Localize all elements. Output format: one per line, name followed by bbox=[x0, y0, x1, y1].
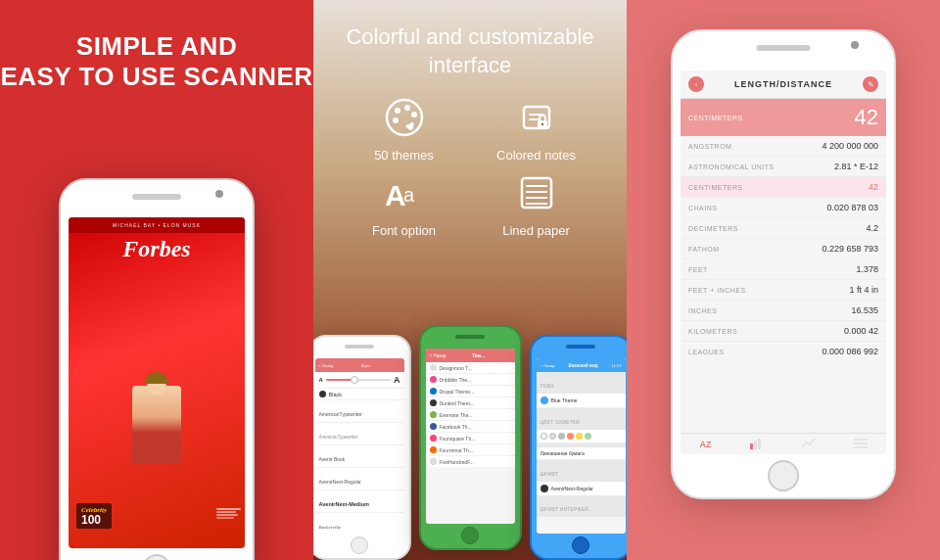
lines-icon bbox=[516, 172, 557, 219]
color-options bbox=[537, 430, 626, 443]
converter-header: ‹ LENGTH/DISTANCE ✎ bbox=[681, 70, 886, 99]
theme-item-dribbble[interactable]: Dribbble The... bbox=[426, 374, 515, 386]
theme-item-dunked[interactable]: Dunked Them... bbox=[426, 397, 515, 409]
row-value-decimeters: 4.2 bbox=[866, 223, 878, 233]
theme-item-foursquare[interactable]: Foursquare Th... bbox=[426, 433, 515, 444]
converter-back-button[interactable]: ‹ bbox=[688, 76, 704, 92]
right-phone: ‹ LENGTH/DISTANCE ✎ CENTIMETERS 42 ANGST… bbox=[671, 29, 896, 499]
row-label-leagues: LEAGUES bbox=[688, 349, 725, 355]
svg-rect-16 bbox=[754, 441, 757, 449]
features-grid: 50 themes Colored notes bbox=[343, 97, 597, 238]
theme-list: Designmoo T... Dribbble The... Drupal Th… bbox=[426, 362, 515, 467]
converter-row-centimeters: CENTIMETERS 42 bbox=[681, 177, 886, 198]
font-header: ШРИФТ bbox=[537, 460, 626, 482]
row-value-astronomical: 2.81 * E-12 bbox=[834, 162, 878, 171]
footer-menu-icon[interactable] bbox=[854, 438, 868, 451]
green-phone-speaker bbox=[455, 335, 485, 339]
font-item-american-1[interactable]: AmericanTypewriter bbox=[315, 400, 404, 423]
color-light[interactable] bbox=[549, 433, 556, 440]
feature-themes-label: 50 themes bbox=[374, 148, 434, 163]
green-nav-title: Тем... bbox=[472, 352, 485, 358]
right-phone-camera bbox=[851, 41, 859, 49]
font-item-avenirnext-reg[interactable]: AvenirNext-Regular bbox=[315, 468, 404, 490]
font-icon: A a bbox=[384, 172, 425, 219]
converter-rows: ANGSTROM 4 200 000 000 ASTRONOMICAL UNIT… bbox=[681, 136, 886, 361]
row-label-inches: INCHES bbox=[688, 307, 717, 314]
font-item-black[interactable]: Black bbox=[315, 389, 404, 400]
svg-point-7 bbox=[540, 123, 542, 125]
white-nav-title: Шри... bbox=[361, 363, 372, 368]
font-item-baskerville[interactable]: Baskerville bbox=[315, 513, 404, 534]
font-section-label: ШРИФТ bbox=[540, 472, 559, 477]
middle-panel-title: Colorful and customizable interface bbox=[313, 23, 627, 79]
converter-row-astronomical: ASTRONOMICAL UNITS 2.81 * E-12 bbox=[681, 157, 886, 177]
font-slider[interactable] bbox=[326, 379, 391, 381]
color-medium[interactable] bbox=[558, 433, 565, 440]
converter-edit-button[interactable]: ✎ bbox=[863, 76, 878, 92]
right-phone-speaker bbox=[757, 45, 811, 51]
right-phone-home-button[interactable] bbox=[768, 460, 799, 491]
phone-screen: MICHAEL BAY • ELON MUSK Forbes bbox=[69, 217, 245, 548]
converter-input-value[interactable]: 42 bbox=[855, 105, 878, 130]
left-phone: MICHAEL BAY • ELON MUSK Forbes bbox=[59, 178, 255, 560]
feature-lined-paper: Lined paper bbox=[475, 172, 597, 238]
blue-phone: < Назад Внешний вид 11:53 ТЕМА Blue Them… bbox=[530, 335, 628, 560]
converter-row-inches: INCHES 16.535 bbox=[681, 301, 886, 321]
theme-item-evernote[interactable]: Evernote The... bbox=[426, 409, 515, 421]
font-item-avenir-book[interactable]: Avenir Book bbox=[315, 445, 404, 468]
footer-bar-chart-icon[interactable] bbox=[750, 438, 764, 451]
svg-point-0 bbox=[387, 100, 422, 135]
blue-phone-speaker bbox=[566, 345, 595, 349]
green-phone-home[interactable] bbox=[461, 527, 479, 544]
converter-title: LENGTH/DISTANCE bbox=[704, 79, 863, 89]
palette-icon bbox=[384, 97, 425, 144]
row-label-centimeters: CENTIMETERS bbox=[688, 184, 743, 191]
panel-left: SIMPLE AND EASY TO USE SCANNER MICHAEL B… bbox=[0, 0, 313, 560]
row-value-chains: 0.020 878 03 bbox=[826, 203, 878, 212]
svg-point-1 bbox=[395, 108, 400, 114]
converter-footer: AZ bbox=[681, 433, 886, 454]
appearance-settings: ТЕМА Blue Theme ЦВЕТ ЗАМЕТКИ bbox=[537, 372, 626, 517]
svg-point-4 bbox=[393, 117, 399, 123]
color-white[interactable] bbox=[540, 433, 547, 440]
phone-home-button[interactable] bbox=[143, 554, 170, 560]
converter-row-fathom: FATHOM 0.229 658 793 bbox=[681, 239, 886, 259]
row-value-fathom: 0.229 658 793 bbox=[822, 244, 878, 254]
font-size-label: A bbox=[319, 377, 323, 383]
color-label: ЦВЕТ ЗАМЕТКИ bbox=[540, 420, 580, 425]
theme-item-designmoo[interactable]: Designmoo T... bbox=[426, 362, 515, 374]
theme-item-fourromat[interactable]: Fourromat Th... bbox=[426, 444, 515, 456]
row-label-angstrom: ANGSTROM bbox=[688, 143, 731, 150]
row-label-chains: CHAINS bbox=[688, 205, 717, 211]
panel-right: ‹ LENGTH/DISTANCE ✎ CENTIMETERS 42 ANGST… bbox=[627, 0, 940, 560]
theme-item-drupal[interactable]: Drupal Theme... bbox=[426, 386, 515, 397]
phone-body: MICHAEL BAY • ELON MUSK Forbes bbox=[59, 178, 255, 560]
svg-rect-15 bbox=[750, 443, 753, 449]
theme-item-fivehundred[interactable]: FiveHundredF... bbox=[426, 456, 515, 467]
row-value-inches: 16.535 bbox=[851, 305, 878, 315]
color-yellow[interactable] bbox=[576, 433, 583, 440]
font-row[interactable]: AvenirNext-Regular bbox=[537, 482, 626, 495]
row-label-fathom: FATHOM bbox=[688, 246, 720, 253]
extra-label: ШРИФТ ИНТЕРФЕЙ... bbox=[540, 507, 594, 512]
svg-text:a: a bbox=[403, 184, 415, 206]
blue-phone-home[interactable] bbox=[572, 537, 589, 554]
row-label-feet-inches: FEET + INCHES bbox=[688, 287, 746, 294]
blue-nav-back: < Назад bbox=[540, 363, 555, 368]
footer-line-chart-icon[interactable] bbox=[802, 438, 816, 451]
color-green[interactable] bbox=[585, 433, 591, 440]
theme-item-facebook[interactable]: Facebook Th... bbox=[426, 421, 515, 433]
feature-font-option-label: Font option bbox=[372, 223, 436, 238]
converter-row-kilometers: KILOMETERS 0.000 42 bbox=[681, 321, 886, 342]
lined-row[interactable]: Линованная бумага bbox=[537, 447, 626, 460]
green-phone: < Назад Тем... Designmoo T... Dribbble T… bbox=[419, 325, 522, 550]
font-item-american-2[interactable]: AmericanTypewriter bbox=[315, 423, 404, 445]
font-item-avenirnext-med[interactable]: AvenirNext-Medium bbox=[315, 490, 404, 513]
blue-theme-row[interactable]: Blue Theme bbox=[537, 394, 626, 408]
white-phone-home[interactable] bbox=[351, 537, 368, 554]
color-orange[interactable] bbox=[567, 433, 574, 440]
tema-label: ТЕМА bbox=[540, 384, 555, 389]
footer-az-icon[interactable]: AZ bbox=[700, 440, 712, 449]
row-value-leagues: 0.000 086 992 bbox=[822, 347, 878, 356]
panel-middle: Colorful and customizable interface 50 t… bbox=[313, 0, 627, 560]
